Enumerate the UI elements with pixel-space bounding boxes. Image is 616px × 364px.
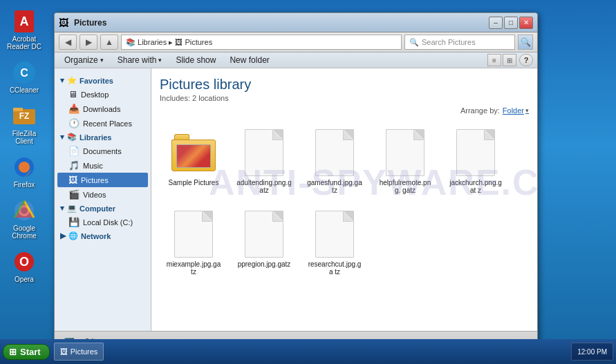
computer-section-header[interactable]: ▾ 💻 Computer [57, 202, 148, 215]
desktop-icon-ccleaner[interactable]: C CCleaner [3, 58, 45, 96]
desktop-icon-firefox[interactable]: Firefox [3, 153, 45, 191]
local-disk-sidebar-label: Local Disk (C:) [83, 218, 133, 227]
libraries-section-header[interactable]: ▾ 📚 Libraries [57, 131, 148, 144]
desktop-icon-chrome[interactable]: Google Chrome [3, 196, 45, 242]
network-label: Network [81, 232, 111, 240]
sidebar-item-pictures[interactable]: 🖼 Pictures [57, 173, 148, 187]
doc-shape-miexample [174, 211, 213, 258]
file-label-adultending: adultending.png.gatz [236, 179, 292, 194]
sidebar-item-local-disk[interactable]: 💾 Local Disk (C:) [57, 215, 148, 229]
explorer-window: 🖼 Pictures – □ ✕ ◀ ▶ ▲ 📚 Libraries ▸ 🖼 P… [54, 12, 538, 351]
file-item-jackchurch[interactable]: jackchurch.png.gat z [445, 124, 507, 198]
folder-icon-sample [171, 128, 216, 178]
file-item-researchcut[interactable]: researchcut.jpg.ga tz [304, 206, 366, 279]
start-button[interactable]: ⊞ Start [3, 344, 50, 360]
sidebar-item-downloads[interactable]: 📥 Downloads [57, 102, 148, 116]
folder-body [171, 140, 216, 171]
recent-sidebar-label: Recent Places [83, 119, 132, 128]
videos-sidebar-label: Videos [83, 191, 106, 199]
close-button[interactable]: ✕ [519, 17, 533, 29]
view-list-button[interactable]: ≡ [487, 54, 501, 66]
main-content: ▾ ⭐ Favorites 🖥 Desktop 📥 Downloads 🕐 Re… [55, 68, 537, 331]
file-label-sample-pictures: Sample Pictures [169, 179, 219, 186]
videos-sidebar-icon: 🎬 [68, 189, 80, 200]
desktop-icon-filezilla[interactable]: FZ FileZilla Client [3, 102, 45, 147]
up-button[interactable]: ▲ [100, 35, 118, 50]
doc-icon-ppregion [242, 209, 286, 259]
arrange-by-label: Arrange by: [460, 106, 500, 115]
file-item-gamesfund[interactable]: gamesfund.jpg.gatz [304, 124, 366, 198]
libraries-collapse-icon: ▾ [60, 133, 64, 142]
music-sidebar-icon: 🎵 [68, 160, 80, 171]
file-label-miexample: miexample.jpg.gatz [166, 260, 221, 276]
view-buttons: ≡ ⊞ [487, 54, 516, 66]
taskbar-pictures-item[interactable]: 🖼 Pictures [54, 343, 104, 361]
new-folder-label: New folder [230, 55, 269, 65]
file-item-ppregion[interactable]: ppregion.jpg.gatz [233, 206, 295, 279]
doc-shape-researchcut [315, 211, 354, 258]
doc-icon-miexample [171, 209, 216, 259]
search-bar[interactable]: 🔍 Search Pictures [404, 35, 515, 50]
title-bar-left: 🖼 Pictures [59, 17, 106, 28]
desktop-sidebar-icon: 🖥 [68, 89, 77, 99]
slide-show-menu[interactable]: Slide show [170, 54, 221, 66]
desktop-icon-opera[interactable]: O Opera [3, 247, 45, 285]
favorites-collapse-icon: ▾ [60, 76, 64, 85]
favorites-section-header[interactable]: ▾ ⭐ Favorites [57, 74, 148, 87]
file-label-researchcut: researchcut.jpg.ga tz [307, 260, 362, 276]
svg-text:C: C [20, 67, 28, 79]
minimize-button[interactable]: – [489, 17, 503, 29]
file-label-jackchurch: jackchurch.png.gat z [448, 179, 503, 194]
doc-icon-jackchurch [454, 128, 498, 178]
view-details-button[interactable]: ⊞ [503, 54, 516, 66]
file-item-miexample[interactable]: miexample.jpg.gatz [162, 206, 225, 279]
arrange-dropdown-arrow: ▾ [525, 107, 529, 114]
file-label-ppregion: ppregion.jpg.gatz [238, 260, 291, 268]
file-item-sample-pictures[interactable]: Sample Pictures [162, 124, 225, 198]
file-item-adultending[interactable]: adultending.png.gatz [233, 124, 295, 198]
search-placeholder: Search Pictures [422, 38, 476, 46]
organize-label: Organize [64, 55, 98, 65]
file-area: Pictures library Includes: 2 locations A… [151, 68, 537, 331]
arrange-by-value[interactable]: Folder ▾ [503, 106, 529, 115]
taskbar: ⊞ Start 🖼 Pictures 12:00 PM [0, 339, 616, 364]
file-item-helpfulremote[interactable]: helpfulremote.png. gatz [374, 124, 436, 198]
share-with-menu[interactable]: Share with ▾ [112, 54, 168, 66]
maximize-button[interactable]: □ [504, 17, 518, 29]
slide-show-label: Slide show [176, 55, 216, 65]
help-button[interactable]: ? [519, 54, 533, 66]
desktop-icon-acrobat[interactable]: A Acrobat Reader DC [3, 7, 45, 52]
sidebar-item-videos[interactable]: 🎬 Videos [57, 187, 148, 202]
doc-icon-gamesfund [312, 128, 357, 178]
sidebar: ▾ ⭐ Favorites 🖥 Desktop 📥 Downloads 🕐 Re… [55, 68, 151, 331]
ccleaner-label: CCleaner [10, 86, 39, 94]
address-bar[interactable]: 📚 Libraries ▸ 🖼 Pictures [121, 35, 402, 50]
new-folder-menu[interactable]: New folder [224, 54, 274, 66]
libraries-label: Libraries [80, 133, 111, 142]
sidebar-item-desktop[interactable]: 🖥 Desktop [57, 87, 148, 102]
computer-collapse-icon: ▾ [60, 204, 64, 213]
network-section-header[interactable]: ▶ 🌐 Network [57, 229, 148, 242]
forward-button[interactable]: ▶ [80, 35, 97, 50]
doc-shape-helpfulremote [386, 129, 424, 176]
sidebar-item-music[interactable]: 🎵 Music [57, 158, 148, 173]
svg-text:FZ: FZ [19, 111, 30, 121]
library-subtitle: Includes: 2 locations [160, 94, 529, 102]
library-header: Pictures library Includes: 2 locations [160, 77, 529, 102]
share-chevron: ▾ [158, 57, 162, 64]
window-icon: 🖼 [59, 17, 70, 28]
file-label-gamesfund: gamesfund.jpg.gatz [307, 179, 362, 194]
doc-shape-adultending [245, 129, 283, 176]
start-windows-icon: ⊞ [9, 347, 17, 357]
back-button[interactable]: ◀ [59, 35, 77, 50]
address-toolbar: ◀ ▶ ▲ 📚 Libraries ▸ 🖼 Pictures 🔍 Search … [55, 32, 537, 52]
sidebar-item-recent[interactable]: 🕐 Recent Places [57, 116, 148, 131]
search-button[interactable]: 🔍 [518, 35, 533, 50]
organize-menu[interactable]: Organize ▾ [59, 54, 109, 66]
chrome-label: Google Chrome [6, 224, 43, 240]
folder-thumb [176, 144, 211, 168]
sidebar-item-documents[interactable]: 📄 Documents [57, 144, 148, 158]
filezilla-icon: FZ [12, 104, 37, 128]
arrange-bar: Arrange by: Folder ▾ [160, 106, 529, 115]
filezilla-label: FileZilla Client [6, 130, 43, 145]
